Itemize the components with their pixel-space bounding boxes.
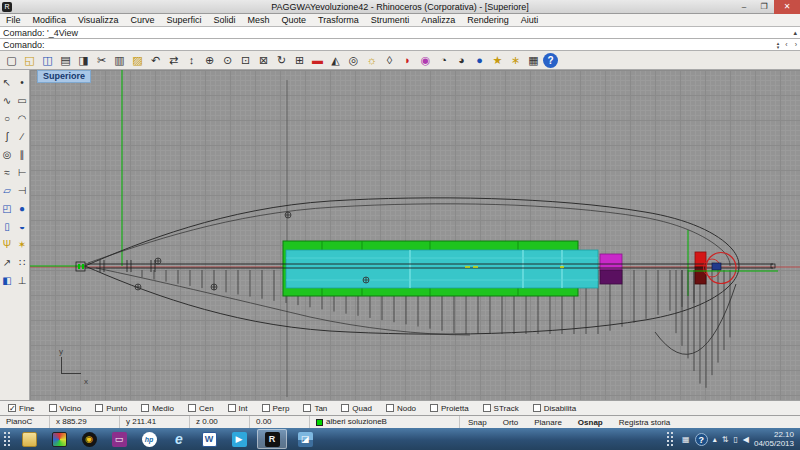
menu-quote[interactable]: Quote [275, 14, 312, 26]
surface-tool-icon[interactable]: ▱ [0, 181, 14, 199]
menu-modifica[interactable]: Modifica [27, 14, 73, 26]
current-layer[interactable]: alberi soluzioneB [310, 416, 460, 428]
zoom-window-icon[interactable]: ⊡ [237, 52, 254, 68]
restore-button[interactable]: ❐ [754, 0, 774, 14]
osnap-proietta[interactable]: Proietta [430, 404, 469, 413]
array-tool-icon[interactable]: ∷ [15, 253, 29, 271]
checkbox-quad[interactable] [341, 404, 349, 412]
polysurface-tool-icon[interactable]: ◧ [0, 271, 14, 289]
checkbox-nodo[interactable] [386, 404, 394, 412]
tray-chevron-icon[interactable]: ▴ [713, 435, 717, 444]
checkbox-int[interactable] [228, 404, 236, 412]
menu-rendering[interactable]: Rendering [461, 14, 515, 26]
taskbar-media-app[interactable]: ◉ [77, 429, 101, 449]
taskbar-grip[interactable] [3, 431, 11, 447]
section-tool-icon[interactable]: ⊥ [15, 271, 29, 289]
osnap-perp[interactable]: Perp [262, 404, 290, 413]
menu-trasforma[interactable]: Trasforma [312, 14, 365, 26]
show-objects-icon[interactable]: ◭ [327, 52, 344, 68]
polyline-tool-icon[interactable]: ∿ [0, 91, 14, 109]
close-button[interactable]: ✕ [774, 0, 800, 14]
toggle-planare[interactable]: Planare [526, 418, 570, 427]
checkbox-punto[interactable] [95, 404, 103, 412]
dynamic-move-icon[interactable]: ↕ [183, 52, 200, 68]
taskbar-clock[interactable]: 22.10 04/05/2013 [754, 430, 794, 448]
point-tool-icon[interactable]: • [15, 73, 29, 91]
osnap-medio[interactable]: Medio [141, 404, 174, 413]
color-wheel-icon[interactable]: ◉ [417, 52, 434, 68]
osnap-nodo[interactable]: Nodo [386, 404, 416, 413]
checkbox-proietta[interactable] [430, 404, 438, 412]
command-nav-right-icon[interactable]: › [792, 40, 800, 50]
checkbox-tan[interactable] [303, 404, 311, 412]
osnap-punto[interactable]: Punto [95, 404, 127, 413]
checkbox-perp[interactable] [262, 404, 270, 412]
battery-cyan-block[interactable] [286, 250, 598, 288]
taskbar-display-app[interactable]: ▭ [107, 429, 131, 449]
command-prompt-line[interactable]: Comando: ▴ ▾ ‹ › [0, 39, 800, 51]
stern-darkred-block[interactable] [695, 267, 706, 284]
taskbar-file-explorer[interactable] [17, 429, 41, 449]
taskbar-rhinoceros-active[interactable]: R [257, 429, 287, 449]
hide-objects-icon[interactable]: ◎ [345, 52, 362, 68]
rotate-view-icon[interactable]: ↻ [273, 52, 290, 68]
pan-icon[interactable]: ⇄ [165, 52, 182, 68]
move-tool-icon[interactable]: ↗ [0, 253, 14, 271]
tray-grip[interactable] [666, 431, 674, 447]
minimize-button[interactable]: – [734, 0, 754, 14]
command-nav-left-icon[interactable]: ‹ [782, 40, 790, 50]
cylinder-tool-icon[interactable]: ▯ [0, 217, 14, 235]
propeller-hub[interactable] [712, 263, 721, 270]
menu-strumenti[interactable]: Strumenti [365, 14, 416, 26]
copy-icon[interactable]: ▥ [111, 52, 128, 68]
menu-file[interactable]: File [0, 14, 27, 26]
boolean-tool-icon[interactable]: ◒ [15, 217, 29, 235]
explode-tool-icon[interactable]: ✶ [15, 235, 29, 253]
print-icon[interactable]: ▤ [57, 52, 74, 68]
osnap-tan[interactable]: Tan [303, 404, 327, 413]
four-view-icon[interactable]: ⊞ [291, 52, 308, 68]
menu-analizza[interactable]: Analizza [415, 14, 461, 26]
menu-visualizza[interactable]: Visualizza [72, 14, 124, 26]
osnap-int[interactable]: Int [228, 404, 248, 413]
taskbar-messenger-app[interactable]: ▶ [227, 429, 251, 449]
osnap-fine[interactable]: ✓Fine [8, 404, 35, 413]
wireframe-display-icon[interactable]: ◔ [435, 52, 452, 68]
rectangle-tool-icon[interactable]: ▭ [15, 91, 29, 109]
touch-keyboard-icon[interactable]: ▦ [682, 435, 690, 444]
taskbar-color-app[interactable] [47, 429, 71, 449]
checkbox-medio[interactable] [141, 404, 149, 412]
checkbox-disabilita[interactable] [533, 404, 541, 412]
cplane-button[interactable]: PianoC [0, 416, 50, 428]
offset-tool-icon[interactable]: ∥ [15, 145, 29, 163]
zoom-in-icon[interactable]: ⊕ [201, 52, 218, 68]
tray-help-icon[interactable]: ? [695, 433, 708, 446]
ghosted-display-icon[interactable]: ◕ [453, 52, 470, 68]
menu-superfici[interactable]: Superfici [160, 14, 207, 26]
viewport-superiore[interactable]: Superiore y x [30, 70, 800, 400]
menu-curve[interactable]: Curve [124, 14, 160, 26]
osnap-strack[interactable]: STrack [483, 404, 519, 413]
ellipse-tool-icon[interactable]: ◎ [0, 145, 14, 163]
trim-tool-icon[interactable]: ⊣ [15, 181, 29, 199]
battery-icon[interactable]: ▯ [733, 435, 737, 444]
taskbar-photo-viewer[interactable]: ◪ [293, 429, 317, 449]
lamp-icon[interactable]: ☼ [363, 52, 380, 68]
circle-tool-icon[interactable]: ○ [0, 109, 14, 127]
checkbox-cen[interactable] [188, 404, 196, 412]
osnap-vicino[interactable]: Vicino [49, 404, 82, 413]
extend-tool-icon[interactable]: ⊢ [15, 163, 29, 181]
osnap-cen[interactable]: Cen [188, 404, 214, 413]
taskbar-internet-explorer[interactable]: e [167, 429, 191, 449]
open-file-icon[interactable]: ◱ [21, 52, 38, 68]
render-icon[interactable]: ★ [489, 52, 506, 68]
speaker-icon[interactable]: ◀ [743, 435, 749, 444]
line-tool-icon[interactable]: ∕ [15, 127, 29, 145]
osnap-quad[interactable]: Quad [341, 404, 372, 413]
export-icon[interactable]: ◨ [75, 52, 92, 68]
shaded-display-icon[interactable]: ● [471, 52, 488, 68]
menu-mesh[interactable]: Mesh [241, 14, 275, 26]
network-icon[interactable]: ⇅ [722, 435, 729, 444]
zoom-dynamic-icon[interactable]: ⊙ [219, 52, 236, 68]
toggle-osnap[interactable]: Osnap [570, 418, 611, 427]
